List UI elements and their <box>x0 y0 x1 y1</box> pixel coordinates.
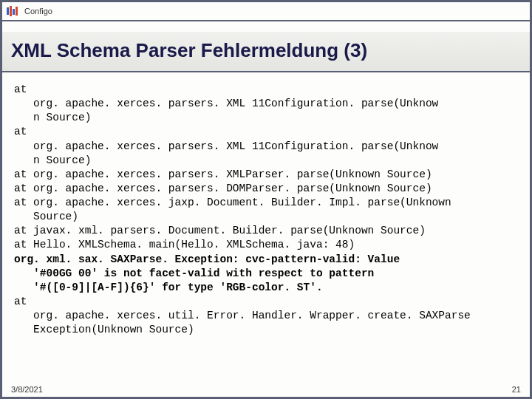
trace-line: org. apache. xerces. util. Error. Handle… <box>14 310 471 321</box>
trace-line: at org. apache. xerces. parsers. XMLPars… <box>14 168 432 180</box>
svg-rect-3 <box>16 7 18 16</box>
trace-line-bold: '#00GG 00' is not facet-valid with respe… <box>14 267 374 279</box>
trace-line: n Source) <box>14 112 91 123</box>
logo-icon <box>7 6 20 16</box>
trace-line: at <box>14 296 27 307</box>
trace-line: n Source) <box>14 154 91 166</box>
svg-rect-0 <box>7 7 9 15</box>
svg-rect-1 <box>10 6 12 16</box>
trace-line: Exception(Unknown Source) <box>14 324 194 335</box>
slide-footer: 3/8/2021 21 <box>11 385 521 394</box>
brand-label: Configo <box>24 7 52 16</box>
slide-body: at org. apache. xerces. parsers. XML 11C… <box>2 72 530 397</box>
trace-line-bold: '#([0-9]|[A-F]){6}' for type 'RGB-color.… <box>14 282 323 293</box>
trace-line: Source) <box>14 211 78 222</box>
svg-rect-2 <box>13 9 15 15</box>
title-bar: XML Schema Parser Fehlermeldung (3) <box>2 32 530 72</box>
footer-page: 21 <box>512 385 521 394</box>
footer-date: 3/8/2021 <box>11 385 43 394</box>
stack-trace: at org. apache. xerces. parsers. XML 11C… <box>14 83 518 337</box>
trace-line-bold: org. xml. sax. SAXParse. Exception: cvc-… <box>14 253 400 265</box>
trace-line: at org. apache. xerces. parsers. DOMPars… <box>14 183 432 194</box>
trace-line: at <box>14 83 27 95</box>
trace-line: at <box>14 126 27 137</box>
slide: Configo XML Schema Parser Fehlermeldung … <box>0 0 532 399</box>
slide-header: Configo <box>2 2 530 21</box>
trace-line: at Hello. XMLSchema. main(Hello. XMLSche… <box>14 239 355 250</box>
trace-line: org. apache. xerces. parsers. XML 11Conf… <box>14 98 438 109</box>
trace-line: at javax. xml. parsers. Document. Builde… <box>14 225 426 236</box>
trace-line: at org. apache. xerces. jaxp. Document. … <box>14 197 451 208</box>
page-title: XML Schema Parser Fehlermeldung (3) <box>11 39 521 62</box>
trace-line: org. apache. xerces. parsers. XML 11Conf… <box>14 140 438 152</box>
